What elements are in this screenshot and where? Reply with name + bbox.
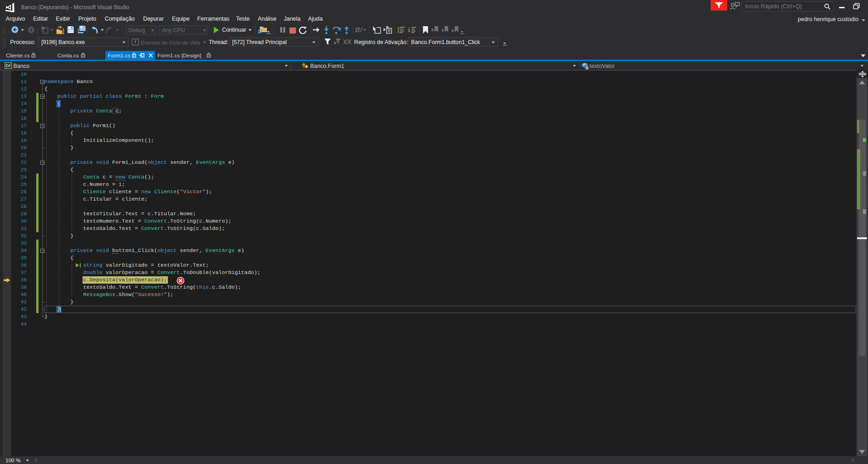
svg-text:C#: C#	[6, 63, 11, 68]
